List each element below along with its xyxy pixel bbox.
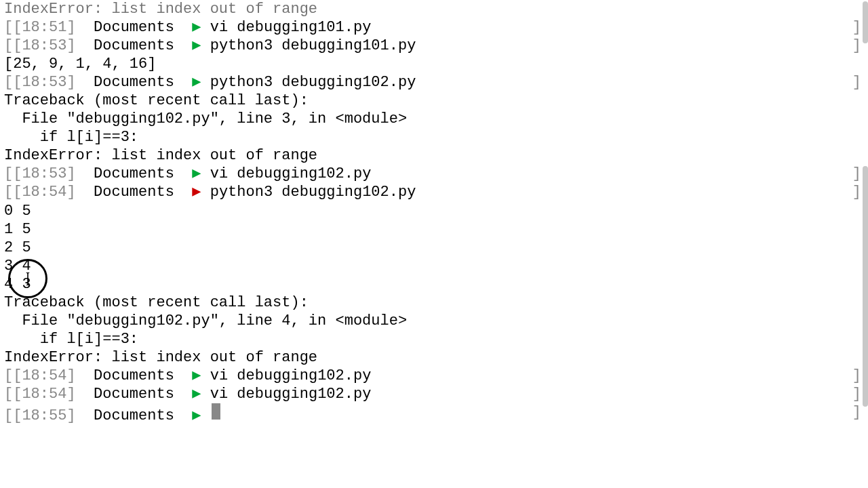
command-text: vi debugging102.py: [210, 385, 372, 403]
prompt-arrow-icon: ▶: [192, 385, 201, 403]
output-text: 0 5: [4, 202, 31, 220]
output-text: 2 5: [4, 239, 31, 257]
terminal-output[interactable]: IndexError: list index out of range[[18:…: [4, 0, 864, 425]
prompt-line: [[18:54] Documents ▶ python3 debugging10…: [4, 183, 864, 201]
prompt-line: [[18:51] Documents ▶ vi debugging101.py]: [4, 18, 864, 37]
timestamp: [18:54]: [13, 367, 75, 385]
prompt-line: [[18:54] Documents ▶ vi debugging102.py]: [4, 385, 864, 403]
output-line: [25, 9, 1, 4, 16]: [4, 55, 864, 73]
prompt-bracket: ]: [852, 385, 861, 403]
prompt-location: Documents: [94, 37, 174, 55]
command-text: python3 debugging102.py: [210, 73, 416, 92]
timestamp: [18:53]: [13, 73, 75, 92]
output-line: IndexError: list index out of range: [4, 146, 864, 165]
timestamp: [18:51]: [13, 18, 75, 37]
prompt-line: [[18:53] Documents ▶ python3 debugging10…: [4, 73, 864, 92]
prompt-line: [[18:53] Documents ▶ vi debugging102.py]: [4, 165, 864, 183]
output-line: 3 4: [4, 257, 864, 275]
output-text: File "debugging102.py", line 4, in <modu…: [4, 312, 407, 330]
output-text: Traceback (most recent call last):: [4, 92, 309, 110]
prompt-location: Documents: [94, 407, 174, 425]
timestamp: [18:55]: [13, 407, 75, 425]
output-line: File "debugging102.py", line 3, in <modu…: [4, 110, 864, 128]
command-text: vi debugging102.py: [210, 165, 372, 183]
prompt-bracket: [: [4, 385, 13, 403]
output-text: IndexError: list index out of range: [4, 348, 317, 367]
prompt-bracket: ]: [852, 367, 861, 385]
prompt-bracket: [: [4, 367, 13, 385]
prompt-bracket: ]: [852, 165, 861, 183]
output-text: 1 5: [4, 220, 31, 239]
prompt-location: Documents: [94, 183, 174, 201]
output-line: Traceback (most recent call last):: [4, 293, 864, 312]
prompt-bracket: [: [4, 37, 13, 55]
output-line: 4 3: [4, 275, 864, 293]
prompt-location: Documents: [94, 18, 174, 37]
prompt-bracket: [: [4, 165, 13, 183]
prompt-arrow-icon: ▶: [192, 367, 201, 385]
output-text: if l[i]==3:: [4, 128, 138, 146]
timestamp: [18:53]: [13, 165, 75, 183]
prompt-bracket: [: [4, 183, 13, 201]
output-text: Traceback (most recent call last):: [4, 293, 309, 312]
prompt-line: [[18:53] Documents ▶ python3 debugging10…: [4, 37, 864, 55]
prompt-location: Documents: [94, 73, 174, 92]
prompt-bracket: [: [4, 18, 13, 37]
output-text: 4 3: [4, 275, 31, 293]
output-line: 0 5: [4, 202, 864, 220]
prompt-line: [[18:54] Documents ▶ vi debugging102.py]: [4, 367, 864, 385]
output-line: 1 5: [4, 220, 864, 239]
scrollbar-segment[interactable]: [863, 1, 868, 43]
output-line: IndexError: list index out of range: [4, 0, 864, 18]
command-text: python3 debugging101.py: [210, 37, 416, 55]
timestamp: [18:54]: [13, 183, 75, 201]
output-text: [25, 9, 1, 4, 16]: [4, 55, 156, 73]
prompt-location: Documents: [94, 385, 174, 403]
output-text: if l[i]==3:: [4, 330, 138, 348]
prompt-arrow-icon: ▶: [192, 37, 201, 55]
prompt-bracket: [: [4, 73, 13, 92]
command-text: vi debugging101.py: [210, 18, 372, 37]
prompt-arrow-icon: ▶: [192, 165, 201, 183]
prompt-arrow-icon: ▶: [192, 407, 201, 425]
prompt-bracket: ]: [852, 403, 861, 422]
prompt-arrow-icon: ▶: [192, 73, 201, 92]
output-line: 2 5: [4, 239, 864, 257]
cursor-block[interactable]: [212, 403, 220, 420]
timestamp: [18:54]: [13, 385, 75, 403]
prompt-line: [[18:55] Documents ▶ ]: [4, 403, 864, 425]
output-line: Traceback (most recent call last):: [4, 92, 864, 110]
output-text: 3 4: [4, 257, 31, 275]
output-text: IndexError: list index out of range: [4, 0, 317, 18]
command-text: vi debugging102.py: [210, 367, 372, 385]
output-line: if l[i]==3:: [4, 128, 864, 146]
prompt-arrow-icon: ▶: [192, 18, 201, 37]
prompt-bracket: ]: [852, 18, 861, 37]
output-text: File "debugging102.py", line 3, in <modu…: [4, 110, 407, 128]
timestamp: [18:53]: [13, 37, 75, 55]
prompt-arrow-icon: ▶: [192, 183, 201, 201]
prompt-bracket: ]: [852, 37, 861, 55]
output-line: if l[i]==3:: [4, 330, 864, 348]
prompt-location: Documents: [94, 367, 174, 385]
output-line: IndexError: list index out of range: [4, 348, 864, 367]
command-text: python3 debugging102.py: [210, 183, 416, 201]
scrollbar-segment[interactable]: [863, 166, 868, 407]
prompt-bracket: ]: [852, 73, 861, 92]
prompt-bracket: [: [4, 407, 13, 425]
prompt-location: Documents: [94, 165, 174, 183]
prompt-bracket: ]: [852, 183, 861, 201]
output-text: IndexError: list index out of range: [4, 146, 317, 165]
output-line: File "debugging102.py", line 4, in <modu…: [4, 312, 864, 330]
